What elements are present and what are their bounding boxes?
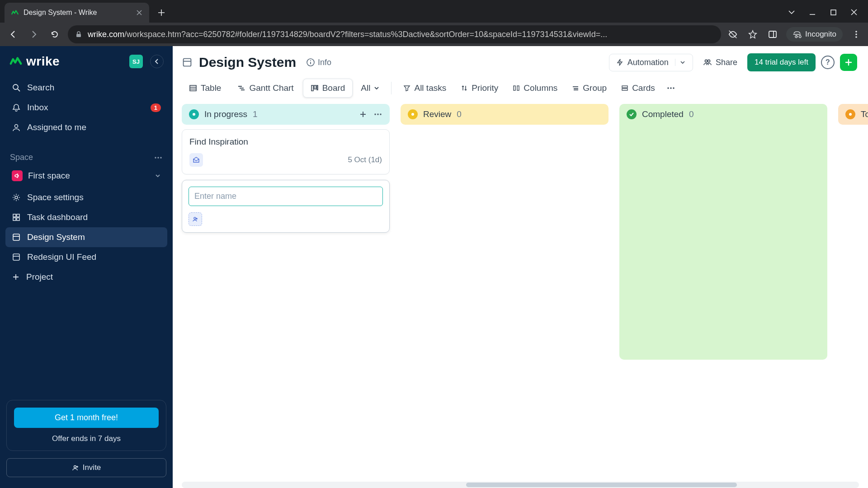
- column-more-icon[interactable]: [373, 110, 382, 119]
- toolbar-right: Incognito: [726, 27, 863, 42]
- column-header[interactable]: In progress 1: [182, 104, 390, 125]
- sidebar-assigned-label: Assigned to me: [27, 122, 86, 132]
- svg-point-11: [157, 157, 159, 158]
- svg-rect-17: [17, 218, 19, 221]
- back-button[interactable]: [5, 27, 21, 42]
- invite-label: Invite: [83, 463, 101, 472]
- svg-point-53: [194, 217, 196, 219]
- create-button[interactable]: [840, 54, 857, 71]
- url-text: wrike.com/workspace.htm?acc=6250782#fold…: [88, 30, 714, 39]
- cards-button[interactable]: Cards: [615, 79, 661, 97]
- bookmark-star-icon[interactable]: [746, 28, 759, 41]
- view-board[interactable]: Board: [303, 79, 353, 98]
- gear-icon: [12, 193, 21, 202]
- project-header: Design System Info Automation Share 14 t…: [173, 46, 868, 76]
- maximize-icon[interactable]: [829, 8, 837, 16]
- svg-rect-40: [517, 86, 519, 90]
- window-controls: [788, 8, 868, 23]
- sidebar-header: wrike SJ: [0, 46, 173, 73]
- eye-off-icon[interactable]: [726, 28, 739, 41]
- sidebar-space-row[interactable]: First space: [5, 166, 167, 186]
- collapse-sidebar-button[interactable]: [150, 55, 164, 68]
- minimize-icon[interactable]: [808, 8, 816, 16]
- column-to-be-signed: To be si: [838, 104, 868, 125]
- browser-tab-strip: Design System - Wrike: [0, 0, 868, 23]
- tab-search-icon[interactable]: [788, 8, 796, 16]
- sort-priority[interactable]: Priority: [454, 79, 505, 97]
- new-task-input[interactable]: [189, 187, 383, 206]
- task-card[interactable]: Find Inspiration 5 Oct (1d): [182, 129, 390, 174]
- sidebar-assigned[interactable]: Assigned to me: [5, 117, 167, 137]
- promo-card: Get 1 month free! Offer ends in 7 days: [6, 400, 166, 451]
- user-avatar[interactable]: SJ: [129, 55, 143, 68]
- reload-button[interactable]: [47, 27, 62, 42]
- view-tabs: Table Gantt Chart Board All All tasks: [173, 76, 868, 104]
- cards-icon: [621, 84, 628, 92]
- people-icon: [703, 58, 712, 67]
- views-more-icon[interactable]: [663, 80, 679, 96]
- address-bar[interactable]: wrike.com/workspace.htm?acc=6250782#fold…: [68, 25, 721, 43]
- scroll-thumb[interactable]: [466, 483, 737, 487]
- view-all-dropdown[interactable]: All: [354, 79, 386, 97]
- bolt-icon: [616, 58, 624, 66]
- column-completed: Completed 0: [619, 104, 827, 360]
- column-cards: Find Inspiration 5 Oct (1d): [182, 125, 390, 233]
- user-icon: [12, 123, 21, 132]
- view-table[interactable]: Table: [182, 79, 228, 97]
- svg-point-50: [374, 113, 376, 115]
- add-card-icon[interactable]: [359, 110, 367, 118]
- automation-button[interactable]: Automation: [609, 54, 693, 71]
- info-button[interactable]: Info: [302, 56, 335, 69]
- trial-badge[interactable]: 14 trial days left: [747, 53, 816, 71]
- browser-menu-icon[interactable]: [850, 28, 863, 41]
- invite-button[interactable]: Invite: [6, 458, 166, 477]
- browser-toolbar: wrike.com/workspace.htm?acc=6250782#fold…: [0, 23, 868, 46]
- close-tab-icon[interactable]: [136, 9, 143, 16]
- svg-point-5: [855, 33, 857, 35]
- view-gantt[interactable]: Gantt Chart: [230, 79, 301, 97]
- columns-button[interactable]: Columns: [506, 79, 564, 97]
- sidebar-search[interactable]: Search: [5, 78, 167, 98]
- space-heading-text: Space: [10, 153, 33, 162]
- forward-button[interactable]: [26, 27, 42, 42]
- browser-tab[interactable]: Design System - Wrike: [5, 3, 149, 23]
- assignee-icon[interactable]: [189, 153, 203, 167]
- column-review: Review 0: [401, 104, 609, 125]
- sidebar-item-space-settings[interactable]: Space settings: [5, 188, 167, 207]
- info-label: Info: [318, 58, 331, 67]
- column-header[interactable]: To be si: [838, 104, 868, 125]
- horizontal-scrollbar[interactable]: [182, 482, 859, 488]
- promo-cta-button[interactable]: Get 1 month free!: [14, 408, 159, 428]
- column-header[interactable]: Review 0: [401, 104, 609, 125]
- sidebar-inbox[interactable]: Inbox 1: [5, 98, 167, 117]
- add-assignee-button[interactable]: [189, 212, 202, 226]
- status-ring-icon: [408, 109, 418, 119]
- side-panel-icon[interactable]: [766, 28, 779, 41]
- space-name: First space: [28, 171, 70, 181]
- svg-rect-14: [13, 214, 16, 217]
- inbox-badge: 1: [151, 103, 161, 112]
- svg-point-51: [377, 113, 378, 115]
- group-button[interactable]: Group: [566, 79, 613, 97]
- sidebar-item-task-dashboard[interactable]: Task dashboard: [5, 207, 167, 227]
- close-window-icon[interactable]: [850, 8, 858, 16]
- share-button[interactable]: Share: [698, 54, 742, 71]
- svg-rect-39: [514, 86, 515, 90]
- space-more-icon[interactable]: [154, 153, 163, 162]
- incognito-chip[interactable]: Incognito: [786, 27, 843, 42]
- column-name: In progress: [204, 109, 247, 119]
- chevron-down-icon[interactable]: [675, 59, 690, 66]
- column-header[interactable]: Completed 0: [619, 104, 827, 125]
- sidebar-item-add-project[interactable]: Project: [5, 267, 167, 287]
- view-label: Gantt Chart: [249, 83, 293, 93]
- dashboard-icon: [12, 213, 21, 222]
- help-button[interactable]: ?: [821, 56, 835, 69]
- sidebar-item-redesign-feed[interactable]: Redesign UI Feed: [5, 247, 167, 267]
- filter-all-tasks[interactable]: All tasks: [397, 79, 453, 97]
- project-icon: [12, 233, 21, 242]
- svg-point-28: [705, 60, 707, 62]
- project-title[interactable]: Design System: [199, 55, 296, 70]
- new-tab-button[interactable]: [154, 5, 169, 20]
- wrike-logo[interactable]: wrike: [9, 54, 60, 69]
- sidebar-item-design-system[interactable]: Design System: [5, 227, 167, 247]
